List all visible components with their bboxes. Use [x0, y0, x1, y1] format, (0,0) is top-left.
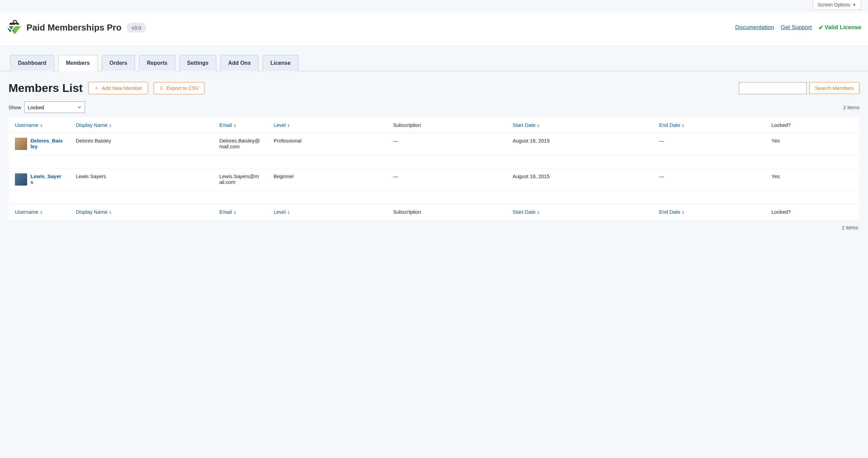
logo-icon — [7, 19, 23, 36]
cell-level: Professional — [268, 133, 387, 155]
get-support-link[interactable]: Get Support — [781, 24, 812, 31]
cell-email: Delores.Baisley@mail.com — [213, 133, 268, 155]
tab-dashboard[interactable]: Dashboard — [10, 55, 54, 71]
chevron-down-icon: ▼ — [852, 3, 856, 7]
tab-members[interactable]: Members — [58, 55, 98, 71]
cell-end-date: — — [653, 133, 765, 155]
sort-icon: ▲▼ — [40, 123, 43, 128]
filter-select[interactable]: Locked — [24, 101, 85, 113]
members-table: Username▲▼ Display Name▲▼ Email▲▼ Level▲… — [8, 117, 860, 220]
svg-point-0 — [13, 20, 17, 24]
username-link[interactable]: Lewis_Sayers — [31, 173, 64, 186]
sort-icon: ▲▼ — [233, 210, 236, 214]
header: Paid Memberships Pro v3.0 Documentation … — [0, 13, 868, 46]
col-start-date-foot[interactable]: Start Date▲▼ — [513, 209, 540, 215]
tab-reports[interactable]: Reports — [139, 55, 175, 71]
avatar — [15, 173, 27, 186]
valid-license-label: Valid License — [825, 24, 861, 31]
screen-options-label: Screen Options — [818, 2, 851, 7]
cell-subscription: — — [387, 133, 507, 155]
col-subscription-foot: Subscription — [387, 204, 507, 220]
version-badge: v3.0 — [127, 23, 146, 33]
cell-end-date: — — [653, 169, 765, 191]
sort-icon: ▲▼ — [682, 210, 685, 214]
username-link[interactable]: Delores_Baisley — [31, 138, 64, 150]
table-row: Lewis_Sayers Lewis Sayers Lewis.Sayers@m… — [9, 169, 860, 191]
sort-icon: ▲▼ — [537, 123, 540, 128]
cell-locked: Yes — [765, 133, 859, 155]
page-title: Members List — [8, 81, 83, 95]
add-new-member-button[interactable]: ＋ Add New Member — [88, 82, 148, 94]
avatar — [15, 138, 27, 150]
tab-orders[interactable]: Orders — [102, 55, 135, 71]
add-new-member-label: Add New Member — [102, 85, 142, 91]
cell-email: Lewis.Sayers@mail.com — [213, 169, 268, 191]
col-end-date[interactable]: End Date▲▼ — [659, 122, 685, 128]
cell-display-name: Lewis Sayers — [70, 169, 213, 191]
col-level[interactable]: Level▲▼ — [274, 122, 290, 128]
cell-display-name: Delores Baisley — [70, 133, 213, 155]
tab-settings[interactable]: Settings — [179, 55, 216, 71]
sort-icon: ▲▼ — [287, 123, 290, 128]
col-end-date-foot[interactable]: End Date▲▼ — [659, 209, 685, 215]
cell-start-date: August 16, 2015 — [507, 169, 653, 191]
search-input[interactable] — [739, 82, 807, 94]
plus-icon: ＋ — [94, 85, 99, 91]
cell-locked: Yes — [765, 169, 859, 191]
tabs: Dashboard Members Orders Reports Setting… — [0, 55, 868, 71]
cell-level: Beginner — [268, 169, 387, 191]
search-members-button[interactable]: Search Members — [809, 82, 860, 94]
sort-icon: ▲▼ — [40, 210, 43, 214]
screen-options-button[interactable]: Screen Options ▼ — [813, 0, 861, 10]
col-level-foot[interactable]: Level▲▼ — [274, 209, 290, 215]
col-username[interactable]: Username▲▼ — [15, 122, 43, 128]
sort-icon: ▲▼ — [109, 123, 112, 128]
items-count-top: 2 items — [843, 104, 860, 110]
valid-license-badge: ✔ Valid License — [818, 24, 861, 31]
sort-icon: ▲▼ — [682, 123, 685, 128]
sort-icon: ▲▼ — [537, 210, 540, 214]
show-label: Show — [8, 104, 21, 110]
col-locked: Locked? — [765, 117, 859, 133]
cell-start-date: August 16, 2015 — [507, 133, 653, 155]
download-icon: ⇩ — [159, 85, 164, 91]
logo: Paid Memberships Pro — [7, 19, 121, 36]
export-csv-label: Export to CSV — [166, 85, 199, 91]
export-csv-button[interactable]: ⇩ Export to CSV — [154, 82, 204, 94]
items-count-bottom: 2 items — [8, 220, 860, 235]
col-subscription: Subscription — [387, 117, 507, 133]
tab-license[interactable]: License — [263, 55, 299, 71]
documentation-link[interactable]: Documentation — [735, 24, 774, 31]
col-display-name[interactable]: Display Name▲▼ — [76, 122, 112, 128]
col-display-name-foot[interactable]: Display Name▲▼ — [76, 209, 112, 215]
col-email[interactable]: Email▲▼ — [219, 122, 236, 128]
check-icon: ✔ — [818, 24, 823, 31]
cell-subscription: — — [387, 169, 507, 191]
col-username-foot[interactable]: Username▲▼ — [15, 209, 43, 215]
sort-icon: ▲▼ — [233, 123, 236, 128]
brand-name: Paid Memberships Pro — [26, 22, 121, 33]
col-locked-foot: Locked? — [765, 204, 859, 220]
sort-icon: ▲▼ — [109, 210, 112, 214]
sort-icon: ▲▼ — [287, 210, 290, 214]
table-row: Delores_Baisley Delores Baisley Delores.… — [9, 133, 860, 155]
col-start-date[interactable]: Start Date▲▼ — [513, 122, 540, 128]
tab-addons[interactable]: Add Ons — [220, 55, 259, 71]
col-email-foot[interactable]: Email▲▼ — [219, 209, 236, 215]
